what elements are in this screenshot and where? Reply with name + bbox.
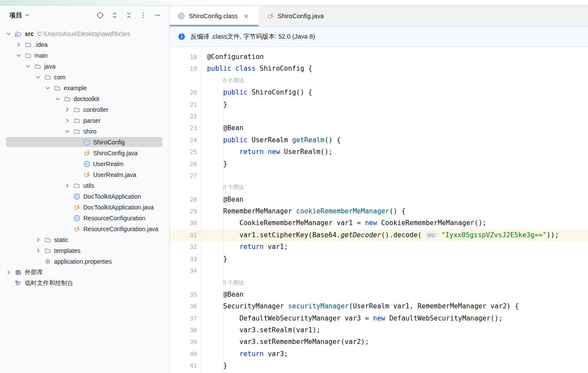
tree-item-application.properties[interactable]: application.properties (0, 256, 169, 267)
chevron-down-icon[interactable] (5, 30, 12, 37)
code-line-31[interactable]: 31 var1.setCipherKey(Base64.getDecoder()… (170, 229, 588, 241)
code-line-20[interactable]: 20 public ShiroConfig() { (170, 87, 588, 98)
code-line-30[interactable]: 30 CookieRememberMeManager var1 = new Co… (170, 217, 588, 229)
line-number[interactable]: 25 (170, 146, 197, 158)
tree-item-shiro[interactable]: shiro (0, 126, 169, 137)
chevron-right-icon[interactable] (64, 117, 71, 124)
chevron-right-icon[interactable] (35, 236, 42, 243)
chevron-down-icon[interactable] (24, 12, 31, 19)
tree-item-临时文件和控制台[interactable]: 临时文件和控制台 (0, 278, 169, 288)
parameter-name-inlay-hint[interactable]: src: (425, 232, 438, 239)
tree-item-com[interactable]: com (0, 72, 169, 82)
code-line-35[interactable]: 35 @Bean (170, 289, 588, 301)
line-number[interactable]: 36 (170, 301, 197, 312)
line-number[interactable]: 18 (170, 51, 197, 63)
tree-item-外部库[interactable]: 外部库 (0, 267, 169, 278)
chevron-down-icon[interactable] (64, 128, 71, 135)
tab-shiroconfig-java[interactable]: ShiroConfig.java (259, 6, 332, 26)
tree-item-DocToolkitApplication[interactable]: CDocToolkitApplication (0, 191, 169, 202)
line-number[interactable]: 39 (170, 336, 197, 348)
code-line-25[interactable]: 25 return new UserRealm(); (170, 146, 588, 158)
line-number[interactable]: 31 (170, 229, 197, 241)
code-line-18[interactable]: 18@Configuration (170, 51, 588, 63)
line-number[interactable]: 33 (170, 253, 197, 265)
code-editor[interactable]: 18@Configuration19public class ShiroConf… (170, 47, 588, 373)
code-line-26[interactable]: 26 } (170, 158, 588, 170)
usages-inlay-hint[interactable]: 0 个用法 (170, 277, 588, 288)
chevron-down-icon[interactable] (44, 85, 51, 92)
code-line-21[interactable]: 21 } (170, 99, 588, 111)
line-number[interactable]: 41 (170, 360, 197, 372)
line-number[interactable]: 40 (170, 348, 197, 360)
tree-item-ResourceConfiguration.java[interactable]: ResourceConfiguration.java (0, 223, 169, 234)
code-line-37[interactable]: 37 DefaultWebSecurityManager var3 = new … (170, 313, 588, 324)
more-button[interactable] (137, 9, 149, 21)
usages-inlay-hint[interactable]: 0 个用法 (170, 75, 588, 87)
tree-item-ShiroConfig.java[interactable]: ShiroConfig.java (0, 147, 169, 158)
chevron-down-icon[interactable] (54, 95, 61, 102)
code-line-29[interactable]: 29 RememberMeManager cookieRememberMeMan… (170, 206, 588, 217)
chevron-right-icon[interactable] (35, 247, 42, 254)
code-line-33[interactable]: 33 } (170, 253, 588, 265)
line-number[interactable]: 35 (170, 289, 197, 301)
code-line-22[interactable]: 22 (170, 111, 588, 122)
line-number[interactable]: 27 (170, 170, 197, 182)
tree-item-utils[interactable]: utils (0, 180, 169, 191)
chevron-down-icon[interactable] (35, 74, 42, 81)
tree-item-java[interactable]: java (0, 61, 169, 72)
tree-item-parser[interactable]: parser (0, 115, 169, 126)
collapse-all-button[interactable] (123, 9, 135, 21)
expand-all-button[interactable] (108, 9, 121, 21)
usages-inlay-hint[interactable]: 0 个用法 (170, 182, 588, 193)
code-line-19[interactable]: 19public class ShiroConfig { (170, 63, 588, 75)
code-line-38[interactable]: 38 var3.setRealm(var1); (170, 324, 588, 336)
tree-item-static[interactable]: static (0, 234, 169, 245)
code-line-39[interactable]: 39 var3.setRememberMeManager(var2); (170, 336, 588, 348)
tree-item-DocToolkitApplication.java[interactable]: DocToolkitApplication.java (0, 202, 169, 213)
tree-item-templates[interactable]: templates (0, 245, 169, 256)
tree-item-ShiroConfig[interactable]: CShiroConfig (0, 137, 169, 147)
code-line-28[interactable]: 28 @Bean (170, 194, 588, 206)
line-number[interactable]: 34 (170, 265, 197, 277)
code-line-36[interactable]: 36 SecurityManager securityManager(UserR… (170, 301, 588, 312)
line-number[interactable]: 29 (170, 206, 197, 217)
project-panel-title[interactable]: 项目 (10, 11, 22, 20)
line-number[interactable]: 37 (170, 313, 197, 324)
line-number[interactable]: 23 (170, 122, 197, 134)
tree-item-ResourceConfiguration[interactable]: CResourceConfiguration (0, 213, 169, 223)
chevron-right-icon[interactable] (5, 269, 12, 276)
tab-shiroconfig-class[interactable]: CShiroConfig.class (170, 6, 259, 26)
chevron-down-icon[interactable] (25, 63, 32, 70)
chevron-right-icon[interactable] (15, 41, 22, 48)
tree-item-main[interactable]: main (0, 50, 169, 61)
tree-item-UserRealm[interactable]: CUserRealm (0, 158, 169, 169)
code-line-32[interactable]: 32 return var1; (170, 241, 588, 253)
chevron-right-icon[interactable] (64, 106, 71, 113)
line-number[interactable]: 30 (170, 217, 197, 229)
chevron-down-icon[interactable] (15, 52, 22, 59)
line-number[interactable]: 20 (170, 87, 197, 98)
tree-item-doctoolkit[interactable]: doctoolkit (0, 93, 169, 104)
tree-item-src[interactable]: srcC:\Users\Asus\Desktop\awd\fix\src (0, 28, 169, 39)
line-number[interactable]: 32 (170, 241, 197, 253)
code-line-27[interactable]: 27 (170, 170, 588, 182)
line-number[interactable]: 21 (170, 99, 197, 111)
line-number[interactable]: 28 (170, 194, 197, 206)
code-line-40[interactable]: 40 return var3; (170, 348, 588, 360)
tree-item-example[interactable]: example (0, 82, 169, 93)
line-number[interactable]: 38 (170, 324, 197, 336)
tree-item-controller[interactable]: controller (0, 104, 169, 115)
tree-item-.idea[interactable]: .idea (0, 39, 169, 50)
line-number[interactable]: 19 (170, 63, 197, 75)
tree-item-UserRealm.java[interactable]: UserRealm.java (0, 169, 169, 180)
close-tab-button[interactable] (243, 12, 250, 20)
code-line-24[interactable]: 24 public UserRealm getRealm() { (170, 134, 588, 146)
chevron-down-icon[interactable] (24, 12, 31, 19)
code-line-41[interactable]: 41 } (170, 360, 588, 372)
hide-button[interactable] (151, 9, 164, 21)
code-line-34[interactable]: 34 (170, 265, 588, 277)
chevron-right-icon[interactable] (64, 182, 71, 189)
line-number[interactable]: 24 (170, 134, 197, 146)
locate-button[interactable] (94, 9, 106, 21)
line-number[interactable]: 26 (170, 158, 197, 170)
